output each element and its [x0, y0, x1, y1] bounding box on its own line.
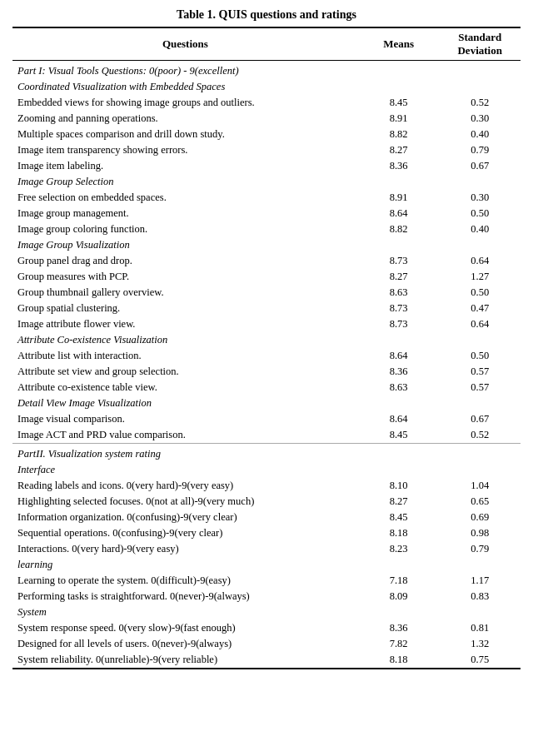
question-cell: Image group coloring function. [12, 221, 358, 237]
subsection-header-row: Coordinated Visualization with Embedded … [12, 79, 521, 95]
means-cell: 8.27 [358, 142, 440, 158]
means-cell: 7.18 [358, 573, 440, 589]
means-cell: 8.63 [358, 380, 440, 395]
question-cell: Group spatial clustering. [12, 301, 358, 316]
data-table: Questions Means Standard Deviation Part … [12, 27, 521, 669]
table-row: Group thumbnail gallery overview.8.630.5… [12, 285, 521, 301]
deviation-cell: 1.32 [439, 636, 521, 652]
deviation-cell: 0.79 [439, 142, 521, 158]
table-row: Reading labels and icons. 0(very hard)-9… [12, 478, 521, 494]
deviation-cell: 0.40 [439, 127, 521, 142]
deviation-cell: 0.64 [439, 316, 521, 332]
means-cell: 8.45 [358, 427, 440, 444]
table-row: Attribute list with interaction.8.640.50 [12, 348, 521, 364]
subsection-header-row: Image Group Selection [12, 174, 521, 190]
means-cell: 8.45 [358, 510, 440, 525]
question-cell: Highlighting selected focuses. 0(not at … [12, 494, 358, 510]
question-cell: Multiple spaces comparison and drill dow… [12, 127, 358, 142]
means-cell: 8.27 [358, 269, 440, 285]
part-header-row: PartII. Visualization system rating [12, 444, 521, 463]
deviation-cell: 0.30 [439, 190, 521, 206]
question-cell: System reliability. 0(unreliable)-9(very… [12, 652, 358, 669]
subsection-header-row: Detail View Image Visualization [12, 395, 521, 411]
deviation-cell: 0.75 [439, 652, 521, 669]
question-cell: Information organization. 0(confusing)-9… [12, 510, 358, 525]
question-cell: Designed for all levels of users. 0(neve… [12, 636, 358, 652]
deviation-cell: 0.52 [439, 95, 521, 111]
table-row: Zooming and panning operations.8.910.30 [12, 111, 521, 127]
means-cell: 8.73 [358, 316, 440, 332]
table-row: Sequential operations. 0(confusing)-9(ve… [12, 525, 521, 541]
means-cell: 8.73 [358, 253, 440, 269]
table-row: Image ACT and PRD value comparison.8.450… [12, 427, 521, 444]
means-cell: 8.64 [358, 411, 440, 427]
question-cell: Attribute set view and group selection. [12, 364, 358, 380]
table-row: Image group coloring function.8.820.40 [12, 221, 521, 237]
question-cell: Learning to operate the system. 0(diffic… [12, 573, 358, 589]
deviation-cell: 0.40 [439, 221, 521, 237]
table-row: Multiple spaces comparison and drill dow… [12, 127, 521, 142]
deviation-cell: 0.81 [439, 620, 521, 636]
question-cell: Group thumbnail gallery overview. [12, 285, 358, 301]
subsection-header-row: System [12, 604, 521, 620]
table-row: Attribute set view and group selection.8… [12, 364, 521, 380]
question-cell: System response speed. 0(very slow)-9(fa… [12, 620, 358, 636]
deviation-cell: 1.27 [439, 269, 521, 285]
question-cell: Image attribute flower view. [12, 316, 358, 332]
subsection-header-row: Image Group Visualization [12, 237, 521, 253]
deviation-cell: 0.52 [439, 427, 521, 444]
table-header-row: Questions Means Standard Deviation [12, 27, 521, 61]
deviation-cell: 1.17 [439, 573, 521, 589]
table-row: Performing tasks is straightforward. 0(n… [12, 589, 521, 604]
questions-header: Questions [12, 27, 358, 61]
subsection-header-row: learning [12, 557, 521, 573]
table-row: Learning to operate the system. 0(diffic… [12, 573, 521, 589]
subsection-header-row: Interface [12, 462, 521, 478]
deviation-cell: 0.69 [439, 510, 521, 525]
question-cell: Sequential operations. 0(confusing)-9(ve… [12, 525, 358, 541]
question-cell: Reading labels and icons. 0(very hard)-9… [12, 478, 358, 494]
table-row: Attribute co-existence table view.8.630.… [12, 380, 521, 395]
means-cell: 8.10 [358, 478, 440, 494]
means-cell: 8.27 [358, 494, 440, 510]
means-header: Means [358, 27, 440, 61]
means-cell: 8.36 [358, 364, 440, 380]
question-cell: Attribute list with interaction. [12, 348, 358, 364]
table-row: Image item labeling.8.360.67 [12, 158, 521, 174]
means-cell: 8.18 [358, 652, 440, 669]
question-cell: Image group management. [12, 206, 358, 221]
table-row: Image visual comparison.8.640.67 [12, 411, 521, 427]
means-cell: 8.82 [358, 127, 440, 142]
means-cell: 8.82 [358, 221, 440, 237]
deviation-cell: 0.50 [439, 285, 521, 301]
question-cell: Interactions. 0(very hard)-9(very easy) [12, 541, 358, 557]
deviation-cell: 0.64 [439, 253, 521, 269]
means-cell: 8.63 [358, 285, 440, 301]
question-cell: Group measures with PCP. [12, 269, 358, 285]
deviation-cell: 0.98 [439, 525, 521, 541]
deviation-cell: 0.30 [439, 111, 521, 127]
question-cell: Image ACT and PRD value comparison. [12, 427, 358, 444]
means-cell: 8.36 [358, 158, 440, 174]
means-cell: 7.82 [358, 636, 440, 652]
table-row: Group panel drag and drop.8.730.64 [12, 253, 521, 269]
means-cell: 8.36 [358, 620, 440, 636]
table-row: Interactions. 0(very hard)-9(very easy)8… [12, 541, 521, 557]
deviation-cell: 0.57 [439, 364, 521, 380]
means-cell: 8.91 [358, 111, 440, 127]
table-row: Information organization. 0(confusing)-9… [12, 510, 521, 525]
deviation-cell: 0.67 [439, 158, 521, 174]
deviation-cell: 0.47 [439, 301, 521, 316]
question-cell: Free selection on embedded spaces. [12, 190, 358, 206]
means-cell: 8.64 [358, 206, 440, 221]
deviation-cell: 0.79 [439, 541, 521, 557]
means-cell: 8.45 [358, 95, 440, 111]
table-row: Group spatial clustering.8.730.47 [12, 301, 521, 316]
means-cell: 8.18 [358, 525, 440, 541]
question-cell: Image item transparency showing errors. [12, 142, 358, 158]
means-cell: 8.91 [358, 190, 440, 206]
deviation-header: Standard Deviation [439, 27, 521, 61]
question-cell: Group panel drag and drop. [12, 253, 358, 269]
means-cell: 8.23 [358, 541, 440, 557]
question-cell: Zooming and panning operations. [12, 111, 358, 127]
